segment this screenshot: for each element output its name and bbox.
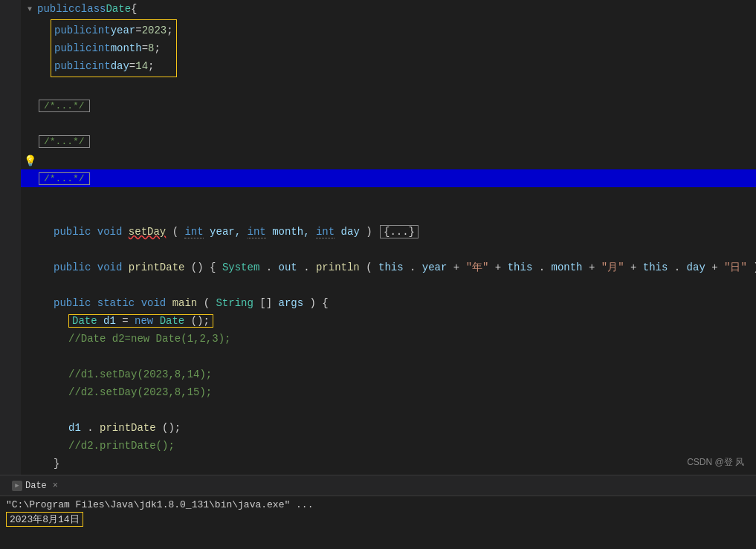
method-printdate-call: printDate — [100, 422, 156, 434]
line-empty2 — [21, 114, 756, 132]
this-day: this — [643, 261, 668, 273]
watermark: CSDN @登 风 — [687, 456, 744, 469]
line-comment-highlighted: + /*...*/ — [21, 169, 756, 187]
param-args: args — [279, 297, 304, 309]
brace-open: { — [131, 3, 137, 15]
terminal-cmd: "C:\Program Files\Java\jdk1.8.0_131\bin\… — [6, 499, 750, 510]
type-date: Date — [72, 315, 103, 327]
var-d1: d1 — [103, 315, 116, 327]
kw-void3: void — [141, 297, 172, 309]
line-close-class: } — [21, 472, 756, 475]
param-int3: int — [316, 226, 335, 238]
line-d2printdate-comment: //d2.printDate(); — [21, 437, 756, 455]
param-int2: int — [248, 226, 266, 238]
line-close-main: △ } — [21, 455, 756, 472]
terminal-content: "C:\Program Files\Java\jdk1.8.0_131\bin\… — [0, 496, 756, 549]
type-string: String — [216, 297, 253, 309]
keyword-public: public — [37, 3, 74, 15]
d1-content: Date d1 = new Date (); — [68, 314, 213, 328]
param-int1: int — [184, 226, 203, 238]
main-content: public static void main ( String [] args… — [54, 297, 329, 309]
fold-icon-class[interactable]: ▼ — [24, 3, 36, 15]
param-month: month, — [272, 226, 316, 238]
this-month: this — [508, 261, 533, 273]
terminal-output-wrapper: 2023年8月14日 — [6, 510, 750, 527]
field-day: day — [111, 60, 129, 72]
line-bulb: 💡 — [21, 152, 756, 169]
kw-new1: new — [135, 315, 160, 327]
line-main: ▼ public static void main ( String [] ar… — [21, 294, 756, 312]
method-setday: setDay — [129, 226, 166, 238]
editor-area: ▼ public class Date { public int year = … — [0, 0, 756, 475]
kw-public1: public — [54, 25, 91, 36]
line-month: public int month = 8 ; — [54, 39, 173, 57]
d2-comment-content: //Date d2=new Date(1,2,3); — [68, 333, 230, 345]
class-system: System — [222, 261, 259, 273]
param-day: day — [341, 226, 360, 238]
val-month: 8 — [148, 42, 154, 54]
comment-folded3: /*...*/ — [39, 172, 90, 185]
kw-void2: void — [97, 261, 129, 273]
field-out: out — [279, 261, 297, 273]
line-empty1 — [21, 79, 756, 97]
brace-close-main: } — [54, 458, 59, 470]
terminal-cmd-text: "C:\Program Files\Java\jdk1.8.0_131\bin\… — [6, 499, 313, 510]
str-year: "年" — [466, 261, 489, 273]
line-comment1: + /*...*/ — [21, 97, 756, 114]
field-year: year — [111, 25, 136, 36]
field-year2: year — [422, 261, 448, 273]
kw-int2: int — [91, 42, 110, 54]
field-month: month — [111, 42, 142, 54]
kw-public4: public — [54, 226, 97, 238]
terminal-output: 2023年8月14日 — [6, 512, 83, 527]
setday1-comment: //d1.setDay(2023,8,14); — [68, 368, 212, 380]
d1-box: Date d1 = new Date (); — [68, 314, 213, 328]
comment-folded1: /*...*/ — [39, 100, 90, 112]
str-day: "日" — [724, 261, 747, 273]
kw-static: static — [97, 297, 141, 309]
terminal-tab-icon: ▶ — [12, 481, 22, 491]
bulb-icon: 💡 — [24, 155, 36, 167]
setday2-comment: //d2.setDay(2023,8,15); — [68, 386, 212, 398]
line-empty7 — [21, 348, 756, 366]
terminal: ▶ Date × "C:\Program Files\Java\jdk1.8.0… — [0, 475, 756, 549]
type-date2: Date — [160, 315, 185, 327]
printdate-content: public void printDate () { System . out … — [54, 261, 756, 274]
line-setday2-comment: //d2.setDay(2023,8,15); — [21, 383, 756, 401]
terminal-close-btn[interactable]: × — [53, 481, 58, 491]
fields-box: public int year = 2023 ; public int mont… — [51, 19, 177, 77]
val-day: 14 — [135, 60, 148, 72]
line-empty3 — [21, 187, 756, 205]
code-container: ▼ public class Date { public int year = … — [0, 0, 756, 475]
printdate-call-content: d1 . printDate (); — [68, 422, 181, 434]
line-printdate: + public void printDate () { System . ou… — [21, 259, 756, 276]
line-empty4 — [21, 205, 756, 223]
kw-void1: void — [97, 226, 129, 238]
comment-d2: //Date d2=new Date(1,2,3); — [68, 333, 230, 345]
str-month: "月" — [601, 261, 624, 273]
line-comment2: + /*...*/ — [21, 132, 756, 150]
kw-public2: public — [54, 42, 91, 54]
terminal-tab-bar: ▶ Date × — [0, 475, 756, 496]
param-year: year, — [210, 226, 247, 238]
var-d1-call: d1 — [68, 422, 81, 434]
line-class-declaration: ▼ public class Date { — [21, 0, 756, 18]
line-d2-comment: //Date d2=new Date(1,2,3); — [21, 330, 756, 348]
this-keyword: this — [378, 261, 404, 273]
terminal-tab-label: Date — [25, 481, 47, 491]
setday-content: public void setDay ( int year, int month… — [54, 226, 419, 238]
line-printdate-call: d1 . printDate (); — [21, 419, 756, 437]
comment-setday1: //d1.setDay(2023,8,14); — [68, 368, 212, 380]
method-main: main — [172, 297, 198, 309]
line-empty6 — [21, 276, 756, 294]
kw-public6: public — [54, 297, 97, 309]
kw-public3: public — [54, 60, 91, 72]
kw-int3: int — [91, 60, 110, 72]
line-day: public int day = 14 ; — [54, 57, 173, 75]
comment-setday2: //d2.setDay(2023,8,15); — [68, 386, 212, 398]
d2printdate-comment: //d2.printDate(); — [68, 440, 175, 452]
line-setday1-comment: //d1.setDay(2023,8,14); — [21, 366, 756, 383]
line-empty5 — [21, 241, 756, 259]
method-printdate: printDate — [129, 261, 185, 273]
terminal-tab-date[interactable]: ▶ Date × — [6, 475, 64, 496]
